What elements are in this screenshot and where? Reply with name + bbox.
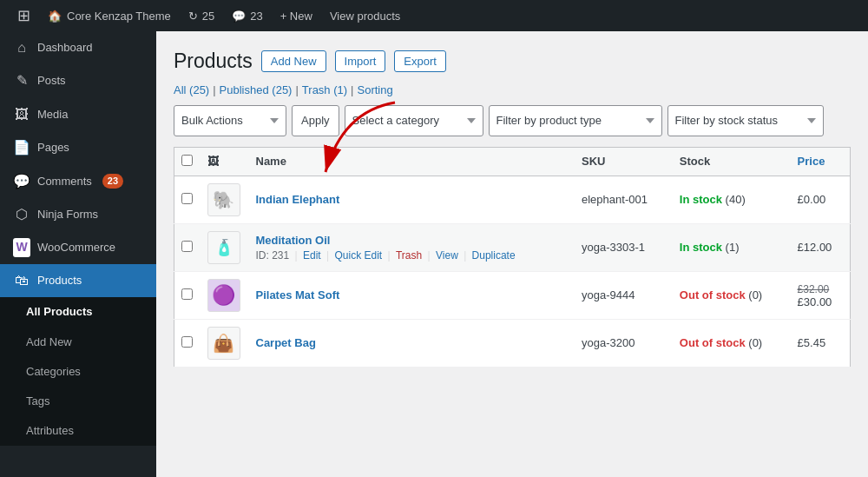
- content-area: Products Add New Import Export All (25) …: [156, 31, 868, 477]
- site-name[interactable]: 🏠 Core Kenzap Theme: [39, 0, 180, 31]
- product-price-cell-2: £12.00: [789, 223, 851, 271]
- stock-qty-1: (40): [726, 193, 746, 206]
- sidebar-item-posts[interactable]: ✎ Posts: [0, 64, 156, 97]
- updates-count: 25: [202, 10, 214, 23]
- sidebar-item-comments[interactable]: 💬 Comments 23: [0, 165, 156, 198]
- page-title: Products: [174, 49, 253, 75]
- edit-link-2[interactable]: Edit: [303, 249, 321, 262]
- table-header-row: 🖼 Name SKU Stock Price: [174, 147, 851, 176]
- separator-3: |: [351, 83, 353, 96]
- stock-status-select[interactable]: Filter by stock status: [667, 105, 824, 136]
- sidebar-label-comments: Comments: [37, 174, 92, 189]
- sep-1: |: [295, 249, 300, 262]
- sidebar-item-dashboard[interactable]: ⌂ Dashboard: [0, 31, 156, 64]
- sku-column-header[interactable]: SKU: [573, 147, 671, 176]
- view-products-link[interactable]: View products: [321, 0, 409, 31]
- products-icon: 🛍: [13, 271, 30, 290]
- sidebar-label-pages: Pages: [37, 140, 69, 156]
- sidebar-subitem-categories[interactable]: Categories: [0, 357, 156, 387]
- duplicate-link-2[interactable]: Duplicate: [472, 249, 516, 262]
- import-button[interactable]: Import: [335, 50, 386, 72]
- row-checkbox-3[interactable]: [181, 288, 193, 300]
- table-row: 🧴 Meditation Oil ID: 231 | Edit | Quick …: [174, 223, 851, 271]
- stock-qty-4: (0): [748, 336, 762, 349]
- filter-trash-link[interactable]: Trash (1): [302, 83, 347, 96]
- row-checkbox-2[interactable]: [181, 241, 193, 252]
- table-row: 🟣 Pilates Mat Soft yoga-9444 Out of stoc…: [174, 271, 851, 319]
- media-icon: 🖼: [13, 105, 30, 124]
- row-checkbox-cell-3: [174, 271, 201, 319]
- product-price-sale-3: £30.00: [798, 295, 832, 308]
- name-column-header[interactable]: Name: [247, 147, 574, 176]
- filter-all-link[interactable]: All (25): [174, 83, 209, 96]
- sidebar-subitem-all-products[interactable]: All Products: [0, 297, 156, 327]
- filter-sorting-link[interactable]: Sorting: [358, 83, 393, 96]
- product-name-link-1[interactable]: Indian Elephant: [256, 193, 340, 206]
- table-row: 🐘 Indian Elephant elephant-001 In stock …: [174, 176, 851, 223]
- row-checkbox-4[interactable]: [181, 336, 193, 348]
- apply-button[interactable]: Apply: [292, 105, 339, 136]
- dashboard-icon: ⌂: [13, 38, 30, 57]
- sidebar-subitem-attributes[interactable]: Attributes: [0, 416, 156, 446]
- sidebar-subitem-add-new[interactable]: Add New: [0, 328, 156, 357]
- thumb-icon: 🖼: [207, 155, 219, 168]
- separator-1: |: [213, 83, 215, 96]
- filter-sorting-label: Sorting: [358, 83, 393, 96]
- updates-link[interactable]: ↻ 25: [180, 0, 223, 31]
- product-name-link-3[interactable]: Pilates Mat Soft: [256, 288, 340, 301]
- tags-label: Tags: [26, 394, 49, 409]
- comments-sidebar-icon: 💬: [13, 172, 30, 191]
- product-id-label-2: ID: 231: [256, 249, 290, 262]
- select-all-checkbox[interactable]: [181, 155, 193, 166]
- product-name-link-2[interactable]: Meditation Oil: [256, 234, 331, 247]
- sep-4: |: [428, 249, 433, 262]
- wp-logo[interactable]: ⊞: [9, 0, 39, 31]
- product-thumb-3: 🟣: [201, 271, 247, 319]
- add-new-label: Add New: [26, 335, 72, 350]
- add-new-button[interactable]: Add New: [261, 50, 326, 72]
- product-image-4: 👜: [207, 327, 240, 360]
- filter-all-count: (25): [189, 83, 209, 96]
- stock-column-header[interactable]: Stock: [671, 147, 789, 176]
- comments-link[interactable]: 💬 23: [223, 0, 271, 31]
- sidebar-label-media: Media: [37, 107, 68, 123]
- product-image-3: 🟣: [207, 279, 240, 312]
- main-layout: ⌂ Dashboard ✎ Posts 🖼 Media 📄 Pages 💬 Co…: [0, 31, 868, 477]
- sidebar-item-woocommerce[interactable]: W WooCommerce: [0, 231, 156, 264]
- bulk-actions-select[interactable]: Bulk Actions: [174, 105, 286, 136]
- export-button[interactable]: Export: [394, 50, 446, 72]
- product-sku-1: elephant-001: [582, 193, 648, 206]
- admin-bar: ⊞ 🏠 Core Kenzap Theme ↻ 25 💬 23 + New Vi…: [0, 0, 868, 31]
- product-thumb-1: 🐘: [201, 176, 247, 223]
- product-thumb-2: 🧴: [201, 223, 247, 271]
- sidebar-item-ninja-forms[interactable]: ⬡ Ninja Forms: [0, 198, 156, 231]
- sidebar-item-media[interactable]: 🖼 Media: [0, 98, 156, 131]
- filter-published-link[interactable]: Published (25): [220, 83, 293, 96]
- stock-status-3: Out of stock: [680, 288, 746, 301]
- product-sku-3: yoga-9444: [582, 288, 635, 301]
- stock-status-1: In stock: [680, 193, 722, 206]
- filter-trash-count: (1): [333, 83, 347, 96]
- sidebar-item-pages[interactable]: 📄 Pages: [0, 131, 156, 164]
- stock-qty-2: (1): [726, 241, 740, 254]
- product-price-cell-4: £5.45: [789, 319, 851, 367]
- trash-link-2[interactable]: Trash: [396, 249, 422, 262]
- product-stock-cell-2: In stock (1): [671, 223, 789, 271]
- table-row: 👜 Carpet Bag yoga-3200 Out of stock (0): [174, 319, 851, 367]
- new-content-link[interactable]: + New: [272, 0, 321, 31]
- product-name-cell-2: Meditation Oil ID: 231 | Edit | Quick Ed…: [247, 223, 574, 271]
- all-products-label: All Products: [26, 304, 93, 320]
- view-link-2[interactable]: View: [436, 249, 458, 262]
- sidebar-label-woocommerce: WooCommerce: [37, 240, 115, 255]
- updates-icon: ↻: [188, 10, 198, 23]
- category-select[interactable]: Select a category: [345, 105, 483, 136]
- price-column-header[interactable]: Price: [789, 147, 851, 176]
- sidebar-subitem-tags[interactable]: Tags: [0, 387, 156, 416]
- product-type-select[interactable]: Filter by product type: [489, 105, 662, 136]
- sidebar-submenu-products: All Products Add New Categories Tags Att…: [0, 297, 156, 446]
- row-checkbox-1[interactable]: [181, 193, 193, 204]
- quick-edit-link-2[interactable]: Quick Edit: [334, 249, 382, 262]
- product-name-cell-1: Indian Elephant: [247, 176, 574, 223]
- product-name-link-4[interactable]: Carpet Bag: [256, 336, 316, 349]
- sidebar-item-products[interactable]: 🛍 Products: [0, 264, 156, 297]
